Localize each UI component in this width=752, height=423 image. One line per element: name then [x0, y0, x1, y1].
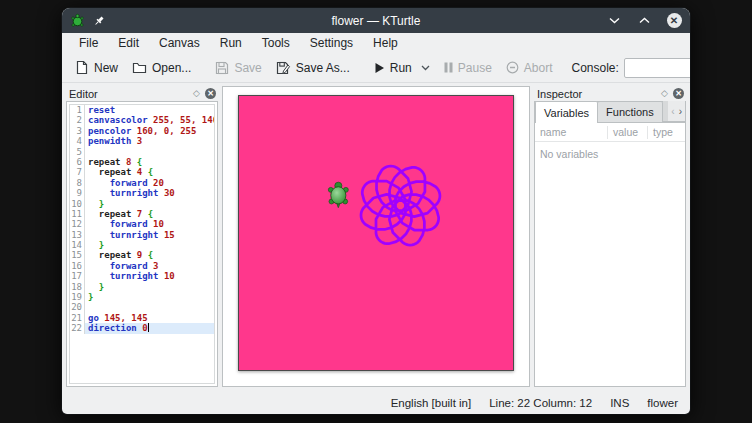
- code-line[interactable]: 5: [70, 147, 214, 157]
- inspector-close-icon[interactable]: ✕: [673, 88, 684, 99]
- canvas-panel: [222, 86, 530, 387]
- abort-label: Abort: [524, 61, 553, 75]
- new-label: New: [94, 61, 118, 75]
- window-title: flower — KTurtle: [62, 14, 690, 28]
- editor-float-icon[interactable]: ◇: [193, 89, 200, 98]
- menu-item-edit[interactable]: Edit: [109, 34, 148, 52]
- column-value: value: [608, 126, 648, 139]
- close-button[interactable]: ✕: [666, 13, 682, 29]
- pause-label: Pause: [458, 61, 492, 75]
- new-button[interactable]: New: [68, 57, 125, 78]
- code-line[interactable]: 3pencolor 160, 0, 255: [70, 126, 214, 136]
- code-line[interactable]: 10 }: [70, 199, 214, 209]
- save-as-button[interactable]: Save As...: [269, 58, 357, 78]
- console-combobox[interactable]: [624, 58, 690, 78]
- titlebar: flower — KTurtle ✕: [62, 8, 690, 33]
- maximize-button[interactable]: [636, 13, 652, 29]
- pause-icon: [444, 62, 453, 73]
- status-insert-mode: INS: [610, 397, 629, 409]
- no-variables-message: No variables: [535, 142, 685, 166]
- status-document-name: flower: [647, 397, 678, 409]
- code-line[interactable]: 18 }: [70, 282, 214, 292]
- code-line[interactable]: 14 }: [70, 240, 214, 250]
- inspector-panel-title: Inspector: [537, 88, 582, 100]
- pin-icon[interactable]: [93, 15, 105, 27]
- save-as-label: Save As...: [296, 61, 350, 75]
- code-line[interactable]: 8 forward 20: [70, 178, 214, 188]
- code-line[interactable]: 17 turnright 10: [70, 271, 214, 281]
- menu-item-canvas[interactable]: Canvas: [150, 34, 209, 52]
- text-cursor: [148, 323, 150, 332]
- code-line[interactable]: 12 forward 10: [70, 219, 214, 229]
- tab-functions[interactable]: Functions: [598, 101, 663, 122]
- console-input[interactable]: [625, 62, 690, 74]
- open-button[interactable]: Open...: [125, 58, 198, 78]
- code-line[interactable]: 6repeat 8 {: [70, 157, 214, 167]
- minimize-button[interactable]: [606, 13, 622, 29]
- open-folder-icon: [132, 61, 147, 74]
- editor-close-icon[interactable]: ✕: [205, 88, 216, 99]
- editor-panel: Editor ◇ ✕ 1reset2canvascolor 255, 55, 1…: [66, 86, 218, 387]
- new-file-icon: [75, 60, 89, 75]
- menu-item-settings[interactable]: Settings: [301, 34, 362, 52]
- toolbar: New Open... Save Save As... Run: [62, 53, 690, 83]
- code-line[interactable]: 21go 145, 145: [70, 313, 214, 323]
- tab-scroll-right-icon[interactable]: ›: [679, 106, 682, 117]
- editor-code[interactable]: 1reset2canvascolor 255, 55, 1403pencolor…: [69, 104, 215, 384]
- save-button[interactable]: Save: [208, 58, 268, 78]
- run-dropdown-chevron-icon[interactable]: [421, 65, 430, 71]
- menubar: FileEditCanvasRunToolsSettingsHelp: [62, 33, 690, 53]
- code-line[interactable]: 16 forward 3: [70, 261, 214, 271]
- kturtle-window: flower — KTurtle ✕ FileEditCanvasRunTool…: [62, 8, 690, 414]
- status-cursor-position: Line: 22 Column: 12: [489, 397, 592, 409]
- open-label: Open...: [152, 61, 191, 75]
- code-line[interactable]: 15 repeat 9 {: [70, 250, 214, 260]
- code-line[interactable]: 13 turnright 15: [70, 230, 214, 240]
- code-line[interactable]: 11 repeat 7 {: [70, 209, 214, 219]
- abort-icon: [506, 61, 519, 74]
- code-line[interactable]: 9 turnright 30: [70, 188, 214, 198]
- code-line[interactable]: 1reset: [70, 105, 214, 115]
- console-label: Console:: [572, 61, 619, 75]
- menu-item-run[interactable]: Run: [211, 34, 251, 52]
- column-type: type: [648, 126, 685, 139]
- menu-item-file[interactable]: File: [70, 34, 107, 52]
- code-line[interactable]: 4penwidth 3: [70, 136, 214, 146]
- turtle-body: [331, 187, 346, 204]
- tab-variables[interactable]: Variables: [535, 101, 598, 123]
- inspector-tabs: Variables Functions ‹ ›: [535, 102, 685, 123]
- turtle-canvas: [238, 95, 514, 371]
- code-line[interactable]: 19}: [70, 292, 214, 302]
- menu-item-tools[interactable]: Tools: [253, 34, 299, 52]
- code-line[interactable]: 2canvascolor 255, 55, 140: [70, 115, 214, 125]
- column-name: name: [535, 126, 608, 139]
- pause-button[interactable]: Pause: [437, 58, 499, 78]
- save-icon: [215, 61, 229, 75]
- tab-scroll-left-icon[interactable]: ‹: [671, 106, 674, 117]
- save-label: Save: [234, 61, 261, 75]
- save-as-icon: [276, 61, 291, 75]
- code-line[interactable]: 7 repeat 4 {: [70, 167, 214, 177]
- editor-panel-title: Editor: [69, 88, 98, 100]
- variables-table-header: name value type: [535, 123, 685, 142]
- run-play-icon: [374, 62, 385, 74]
- abort-button[interactable]: Abort: [499, 58, 560, 78]
- menu-item-help[interactable]: Help: [364, 34, 407, 52]
- status-language: English [built in]: [391, 397, 472, 409]
- app-turtle-icon: [70, 13, 85, 28]
- code-line[interactable]: 22direction 0: [70, 323, 214, 333]
- code-line[interactable]: 20: [70, 302, 214, 312]
- run-button[interactable]: Run: [367, 58, 437, 78]
- run-label: Run: [390, 61, 412, 75]
- inspector-float-icon[interactable]: ◇: [661, 89, 668, 98]
- statusbar: English [built in] Line: 22 Column: 12 I…: [62, 391, 690, 414]
- inspector-panel: Inspector ◇ ✕ Variables Functions ‹ ›: [534, 86, 686, 387]
